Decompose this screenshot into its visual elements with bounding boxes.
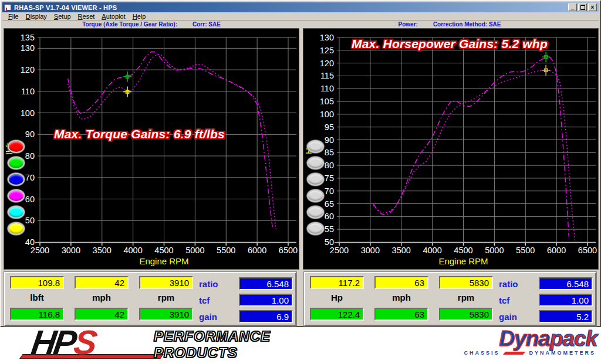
- x-tick-label: 4500: [154, 246, 173, 255]
- power-cursor2-rpm-field[interactable]: 5830: [439, 308, 493, 321]
- power-header: Power: Correction Method: SAE: [300, 21, 599, 28]
- x-tick-label: 3500: [93, 246, 112, 255]
- x-tick-label: 5500: [516, 246, 535, 255]
- torque-cursor2-value-field[interactable]: 116.8: [10, 308, 64, 321]
- torque-cursor-rpm-field[interactable]: 3910: [139, 276, 193, 289]
- power-cursor2-value-field[interactable]: 122.4: [310, 308, 364, 321]
- power-gain-annotation: Max. Horsepower Gains: 5.2 whp: [352, 37, 548, 51]
- restore-button[interactable]: [578, 4, 587, 11]
- x-tick-label: 6500: [279, 246, 298, 255]
- dynapack-chassis: CHASSIS: [464, 350, 499, 356]
- dynapack-dynamometers: DYNAMOMETERS: [529, 350, 596, 356]
- cursor-crosshair[interactable]: [123, 87, 131, 97]
- torque-unit-label: lbft: [10, 292, 64, 302]
- power-chart: 1301251201151101051009590858075706560555…: [303, 29, 599, 270]
- x-tick-label: 4500: [454, 246, 472, 255]
- run-select-button[interactable]: [8, 173, 25, 186]
- ratio-value-field[interactable]: 6.548: [239, 277, 293, 290]
- tcf-value-field[interactable]: 1.00: [539, 294, 593, 307]
- run-select-button[interactable]: [8, 222, 25, 235]
- x-tick-label: 3500: [392, 246, 411, 255]
- power-header-label: Power:: [399, 21, 418, 28]
- cursor-crosshair[interactable]: [542, 52, 550, 62]
- restore-icon: [580, 5, 585, 9]
- torque-cursor-mph-field[interactable]: 42: [75, 276, 129, 289]
- hps-tagline-2: PRODUCTS: [154, 345, 238, 361]
- screen: RHAS-SP V1.7-04 VIEWER - HPS _ × FileDis…: [0, 0, 601, 364]
- menu-autoplot[interactable]: Autoplot: [98, 13, 129, 20]
- gain-value-field[interactable]: 5.2: [539, 310, 593, 323]
- x-tick-label: 3000: [361, 246, 380, 255]
- title-bar[interactable]: RHAS-SP V1.7-04 VIEWER - HPS _ ×: [2, 2, 599, 12]
- y-tick-label: 60: [25, 195, 35, 204]
- run-select-button[interactable]: [8, 189, 25, 202]
- run-select-button[interactable]: [8, 206, 25, 219]
- modified-run-curve: [373, 57, 569, 237]
- torque-cursor2-mph-field[interactable]: 42: [75, 308, 129, 321]
- run-select-button[interactable]: [307, 140, 324, 153]
- ratio-label: ratio: [499, 279, 534, 289]
- power-unit-label: Hp: [310, 292, 364, 302]
- y-tick-label: 100: [320, 110, 334, 119]
- x-tick-label: 2500: [330, 246, 349, 255]
- run-select-button[interactable]: [307, 157, 324, 169]
- y-tick-label: 50: [25, 216, 35, 225]
- run-select-button[interactable]: [307, 206, 324, 219]
- run-select-button[interactable]: [8, 140, 25, 153]
- dynapack-dyna: Dyna: [499, 326, 549, 351]
- power-cursor-mph-field[interactable]: 63: [374, 276, 428, 289]
- ratio-value-field[interactable]: 6.548: [539, 277, 593, 290]
- gain-value-field[interactable]: 6.9: [239, 310, 293, 323]
- menu-setup[interactable]: Setup: [50, 13, 75, 20]
- y-tick-label: 80: [25, 151, 35, 161]
- dynapack-subline: CHASSIS DYNAMOMETERS: [464, 350, 596, 356]
- menu-help[interactable]: Help: [129, 13, 150, 20]
- menu-reset[interactable]: Reset: [75, 13, 99, 20]
- cursor-crosshair[interactable]: [542, 65, 550, 76]
- y-tick-label: 70: [325, 186, 334, 196]
- run-select-button[interactable]: [8, 157, 25, 169]
- mph-unit-label: mph: [374, 292, 428, 302]
- menu-display[interactable]: Display: [22, 13, 50, 20]
- y-tick-label: 95: [325, 123, 334, 132]
- menu-file[interactable]: File: [5, 13, 22, 20]
- tcf-label: tcf: [199, 295, 234, 305]
- x-tick-label: 4000: [123, 246, 142, 255]
- torque-readout-panel: 109.8 42 3910 lbft mph rpm 116.8 42 3910…: [4, 272, 296, 326]
- y-tick-label: 130: [320, 33, 334, 42]
- minimize-button[interactable]: _: [568, 4, 577, 11]
- hps-hp: HP: [29, 323, 77, 361]
- baseline-run-curve: [68, 55, 276, 229]
- dynapack-pack: pack: [550, 326, 597, 351]
- x-tick-label: 2500: [31, 246, 49, 255]
- x-tick-label: 5000: [185, 246, 204, 255]
- close-button[interactable]: ×: [588, 4, 597, 11]
- menu-bar: FileDisplaySetupResetAutoplotHelp: [2, 12, 599, 21]
- y-tick-label: 115: [320, 71, 334, 80]
- torque-cursor2-rpm-field[interactable]: 3910: [139, 308, 193, 321]
- ratio-label: ratio: [199, 279, 234, 289]
- y-tick-label: 60: [325, 212, 334, 221]
- cursor-crosshair[interactable]: [123, 72, 131, 82]
- y-tick-label: 120: [320, 59, 334, 68]
- power-cursor-value-field[interactable]: 117.2: [310, 276, 364, 289]
- x-tick-label: 5000: [485, 246, 504, 255]
- run-select-button[interactable]: [307, 222, 324, 235]
- chart-headers: Torque (Axle Torque / Gear Ratio): Corr:…: [2, 21, 599, 28]
- tcf-label: tcf: [499, 295, 534, 305]
- y-tick-label: 110: [21, 87, 35, 96]
- run-select-button[interactable]: [307, 189, 324, 202]
- torque-header: Torque (Axle Torque / Gear Ratio): Corr:…: [2, 21, 300, 28]
- torque-gain-annotation: Max. Torque Gains: 6.9 ft/lbs: [54, 127, 225, 141]
- power-chart-panel: 1301251201151101051009590858075706560555…: [303, 28, 599, 270]
- power-cursor-rpm-field[interactable]: 5830: [439, 276, 493, 289]
- tcf-value-field[interactable]: 1.00: [239, 294, 293, 307]
- torque-cursor-value-field[interactable]: 109.8: [10, 276, 64, 289]
- gain-label: gain: [499, 312, 534, 322]
- x-tick-label: 4000: [423, 246, 441, 255]
- app-icon: [4, 4, 11, 11]
- power-run-buttons: [307, 140, 324, 235]
- run-select-button[interactable]: [307, 173, 324, 186]
- y-tick-label: 135: [21, 33, 35, 42]
- power-cursor2-mph-field[interactable]: 63: [374, 308, 428, 321]
